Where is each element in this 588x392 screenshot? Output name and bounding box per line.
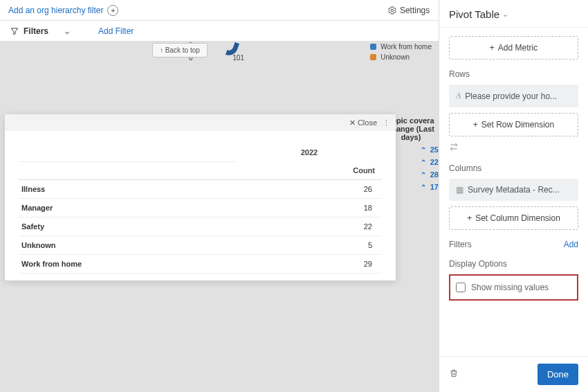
shuffle-icon	[449, 142, 459, 152]
set-row-label: Set Row Dimension	[481, 120, 554, 130]
gear-icon	[387, 6, 397, 15]
rows-section-label: Rows	[449, 69, 578, 79]
text-field-icon: A	[456, 91, 461, 101]
settings-label: Settings	[400, 6, 430, 15]
svg-point-0	[391, 9, 394, 12]
table-row: Safety22	[19, 217, 382, 236]
close-label: Close	[358, 118, 377, 127]
set-col-label: Set Column Dimension	[475, 213, 560, 223]
set-row-dimension-button[interactable]: + Set Row Dimension	[449, 113, 578, 136]
display-options-label: Display Options	[449, 259, 578, 269]
table-row: Work from home29	[19, 255, 382, 274]
table-row: Manager18	[19, 199, 382, 217]
panel-title-label: Pivot Table	[449, 8, 499, 20]
filters-section-label: Filters	[449, 240, 472, 249]
plus-circle-icon: +	[107, 5, 118, 16]
add-metric-button[interactable]: + Add Metric	[449, 36, 578, 60]
column-year: 2022	[237, 143, 382, 161]
panel-title-dropdown[interactable]: Pivot Table ⌄	[439, 0, 588, 28]
columns-section-label: Columns	[449, 163, 578, 173]
show-missing-label: Show missing values	[471, 283, 549, 292]
filters-label: Filters	[24, 26, 48, 36]
trash-icon	[449, 368, 459, 378]
row-chip-label: Please provide your ho...	[465, 91, 557, 101]
plus-icon: +	[490, 43, 495, 53]
add-org-hierarchy-filter[interactable]: Add an org hierarchy filter +	[8, 5, 118, 16]
swap-axes-button[interactable]	[449, 142, 578, 154]
close-icon: ✕	[349, 118, 356, 127]
pivot-preview-modal: ✕ Close ⋮ 2022 Count Illness26 Manager18…	[5, 114, 396, 280]
pivot-table: 2022 Count Illness26 Manager18 Safety22 …	[19, 143, 382, 274]
table-row: Illness26	[19, 180, 382, 199]
org-filter-label: Add an org hierarchy filter	[8, 6, 103, 15]
add-filter-link[interactable]: Add Filter	[98, 26, 134, 36]
show-missing-checkbox[interactable]	[456, 283, 466, 292]
settings-button[interactable]: Settings	[387, 6, 430, 15]
column-dimension-chip[interactable]: ▦ Survey Metadata - Rec...	[449, 179, 578, 201]
kebab-icon[interactable]: ⋮	[383, 118, 390, 127]
show-missing-values-option[interactable]: Show missing values	[449, 274, 578, 301]
filter-icon	[10, 26, 19, 36]
add-filter-link[interactable]: Add	[564, 240, 578, 249]
table-row: Unknown5	[19, 236, 382, 255]
add-metric-label: Add Metric	[498, 43, 538, 53]
plus-icon: +	[467, 213, 472, 223]
delete-button[interactable]	[449, 368, 459, 380]
calendar-icon: ▦	[456, 185, 463, 195]
column-count: Count	[237, 161, 382, 180]
plus-icon: +	[473, 120, 478, 130]
close-button[interactable]: ✕ Close	[349, 118, 377, 127]
chevron-down-icon: ⌄	[64, 26, 71, 36]
set-column-dimension-button[interactable]: + Set Column Dimension	[449, 206, 578, 230]
filters-dropdown[interactable]: Filters ⌄	[10, 26, 71, 36]
col-chip-label: Survey Metadata - Rec...	[468, 185, 560, 195]
chevron-down-icon: ⌄	[502, 10, 508, 19]
config-panel: Pivot Table ⌄ + Add Metric Rows A Please…	[439, 0, 588, 392]
row-dimension-chip[interactable]: A Please provide your ho...	[449, 84, 578, 107]
done-button[interactable]: Done	[538, 364, 578, 385]
